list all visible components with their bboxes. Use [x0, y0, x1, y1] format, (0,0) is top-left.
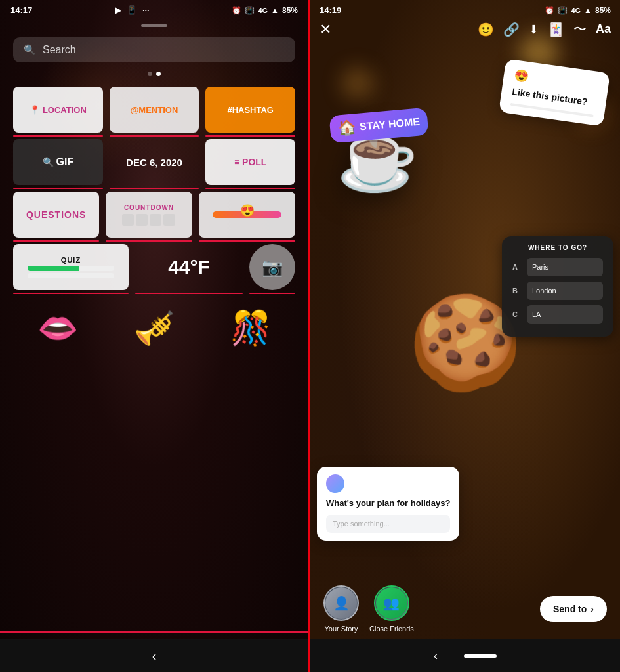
art-sticker-1[interactable]: 👄 [13, 302, 103, 354]
download-icon[interactable]: ⬇ [529, 22, 539, 37]
right-status-bar: 14:19 ⏰ 📳 4G ▲ 85% [310, 0, 620, 15]
art-sticker-2[interactable]: 🎺 [110, 302, 199, 354]
left-panel: 14:17 ▶ 📱 ··· ⏰ 📳 4G ▲ 85% 🔍 Search [0, 0, 308, 672]
quiz-bar-2 [28, 273, 114, 278]
questions-label: QUESTIONS [26, 209, 86, 220]
trumpet-emoji: 🎺 [134, 309, 175, 347]
right-bottom-nav: ‹ [310, 639, 620, 672]
send-to-chevron-icon: › [590, 604, 594, 614]
drag-handle-bar [141, 24, 167, 27]
smiley-sticker-icon[interactable]: 🙂 [478, 22, 494, 37]
right-4g-icon: 4G [571, 7, 581, 14]
mouth-emoji: 👄 [37, 309, 78, 347]
right-back-icon[interactable]: ‹ [434, 649, 438, 663]
left-notification-icons: ▶ 📱 ··· [115, 5, 150, 15]
toolbar-icons: 🙂 🔗 ⬇ 🃏 〜 Aa [478, 20, 611, 38]
slider-emoji: 😍 [240, 203, 255, 218]
camera-sticker[interactable]: 📷 [249, 244, 295, 290]
mention-label: @MENTION [131, 105, 178, 115]
right-panel: ☕ 🍪 14:19 ⏰ 📳 4G ▲ 85% ✕ 🙂 🔗 ⬇ 🃏 〜 Aa 😍 … [310, 0, 620, 672]
countdown-label: COUNTDOWN [124, 204, 174, 211]
send-to-label: Send to [553, 604, 587, 614]
temperature-sticker[interactable]: 44°F [135, 244, 243, 290]
art-sticker-3[interactable]: 🎊 [205, 302, 295, 354]
left-status-bar: 14:17 ▶ 📱 ··· ⏰ 📳 4G ▲ 85% [0, 0, 308, 20]
right-alarm-icon: ⏰ [545, 6, 554, 15]
hashtag-label: #HASHTAG [227, 105, 274, 115]
page-dots [0, 69, 308, 79]
back-icon[interactable]: ‹ [152, 648, 157, 663]
left-system-icons: ⏰ 📳 4G ▲ 85% [232, 6, 298, 15]
more-dots-icon: ··· [142, 5, 150, 15]
sticker-row-2: 🔍 GIF DEC 6, 2020 ≡ POLL [13, 139, 295, 185]
pin-icon: 📍 [30, 105, 40, 115]
date-sticker[interactable]: DEC 6, 2020 [110, 139, 199, 185]
search-container[interactable]: 🔍 Search [0, 31, 308, 69]
countdown-boxes [122, 214, 175, 226]
countdown-box-3 [150, 214, 161, 226]
quiz-bar-fill [28, 266, 79, 271]
camera-icon: 📷 [262, 257, 283, 278]
location-sticker[interactable]: 📍 LOCATION [13, 87, 103, 133]
right-battery-icon: 85% [595, 6, 611, 15]
close-friends-option[interactable]: 👥 Close Friends [369, 585, 414, 633]
left-bottom-nav: ‹ [0, 639, 308, 672]
mention-sticker[interactable]: @MENTION [110, 87, 199, 133]
right-toolbar: ✕ 🙂 🔗 ⬇ 🃏 〜 Aa [310, 15, 620, 43]
quiz-label: QUIZ [61, 256, 81, 264]
slider-track: 😍 [213, 211, 281, 218]
countdown-box-4 [163, 214, 175, 226]
date-label: DEC 6, 2020 [126, 157, 182, 168]
quiz-sticker[interactable]: QUIZ [13, 244, 129, 290]
emoji-slider-sticker[interactable]: 😍 [199, 192, 295, 238]
questions-sticker[interactable]: QUESTIONS [13, 192, 99, 238]
celebration-emoji: 🎊 [230, 309, 271, 347]
vibrate-icon: 📳 [245, 6, 255, 15]
poll-sticker[interactable]: ≡ POLL [205, 139, 295, 185]
sticker-row-1: 📍 LOCATION @MENTION #HASHTAG [13, 87, 295, 133]
text-tool-button[interactable]: Aa [596, 22, 611, 36]
quiz-bar-1 [28, 266, 114, 271]
right-system-icons: ⏰ 📳 4G ▲ 85% [545, 6, 611, 15]
your-story-option[interactable]: 👤 Your Story [323, 585, 359, 633]
link-icon[interactable]: 🔗 [503, 22, 520, 37]
battery-icon: 85% [282, 6, 298, 15]
your-story-avatar: 👤 [325, 587, 357, 619]
share-bar: 👤 Your Story 👥 Close Friends Send to › [310, 579, 620, 639]
send-to-button[interactable]: Send to › [540, 596, 607, 622]
location-label: 📍 LOCATION [30, 105, 87, 115]
your-story-avatar-ring: 👤 [323, 585, 359, 621]
search-icon: 🔍 [24, 44, 36, 56]
slider-track-container: 😍 [213, 211, 281, 218]
sticker-box-icon[interactable]: 🃏 [548, 22, 564, 37]
dot-2 [156, 72, 161, 76]
temperature-label: 44°F [168, 256, 210, 278]
right-vibrate-icon: 📳 [558, 6, 568, 15]
sticker-grid: 📍 LOCATION @MENTION #HASHTAG 🔍 GIF DEC 6… [0, 79, 308, 362]
gif-sticker[interactable]: 🔍 GIF [13, 139, 103, 185]
play-icon: ▶ [115, 5, 121, 15]
whatsapp-icon: 📱 [127, 5, 137, 15]
alarm-icon: ⏰ [232, 6, 241, 15]
hashtag-sticker[interactable]: #HASHTAG [205, 87, 295, 133]
signal-bars-icon: ▲ [271, 6, 279, 15]
close-friends-avatar: 👥 [376, 587, 407, 619]
right-time: 14:19 [320, 5, 341, 15]
art-sticker-row: 👄 🎺 🎊 [13, 302, 295, 354]
your-story-label: Your Story [325, 625, 358, 633]
poll-label: ≡ POLL [234, 157, 267, 167]
sticker-row-3: QUESTIONS COUNTDOWN 😍 [13, 192, 295, 238]
sticker-row-4: QUIZ 44°F 📷 [13, 244, 295, 290]
drag-handle [0, 20, 308, 31]
countdown-sticker[interactable]: COUNTDOWN [106, 192, 192, 238]
right-nav-pill [464, 654, 497, 658]
search-input[interactable]: Search [43, 44, 76, 56]
draw-icon[interactable]: 〜 [573, 20, 587, 38]
close-friends-label: Close Friends [369, 625, 414, 633]
close-friends-avatar-ring: 👥 [374, 585, 409, 621]
search-bar[interactable]: 🔍 Search [13, 37, 295, 62]
close-button[interactable]: ✕ [320, 21, 331, 38]
left-time: 14:17 [10, 5, 32, 15]
signal-4g-icon: 4G [258, 7, 268, 14]
countdown-box-2 [136, 214, 148, 226]
